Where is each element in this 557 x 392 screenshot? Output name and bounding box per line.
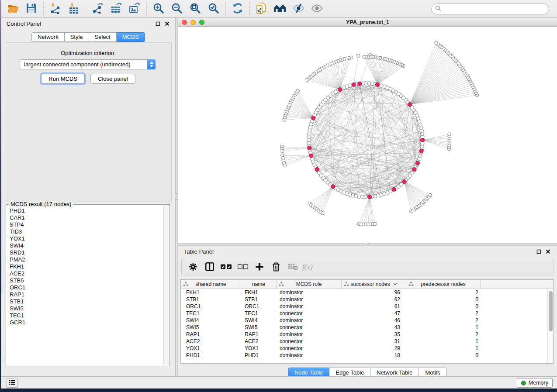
- mcds-result-list[interactable]: PHD1CAR1STP4TID3YOX1SWI4SRD1PMA2FKH1ACE2…: [10, 207, 163, 365]
- zoom-selected-button[interactable]: [206, 1, 221, 16]
- mcds-result-item[interactable]: YOX1: [10, 235, 163, 242]
- mcds-result-item[interactable]: PHD1: [10, 207, 163, 214]
- network-window-titlebar[interactable]: YPA_prune.txt_1: [178, 18, 557, 27]
- table-row[interactable]: PHD1PHD1dominator180: [181, 352, 553, 359]
- network-node[interactable]: [435, 41, 438, 45]
- hide-graphics-details-button[interactable]: [291, 1, 306, 16]
- table-row[interactable]: ORC1ORC1dominator610: [181, 303, 553, 310]
- task-history-button[interactable]: [7, 378, 17, 388]
- network-node[interactable]: [321, 211, 325, 215]
- network-node[interactable]: [448, 133, 451, 136]
- network-overview-button[interactable]: [273, 1, 287, 16]
- table-row[interactable]: STB1STB1dominator620: [181, 296, 553, 303]
- export-image-button[interactable]: [127, 1, 142, 16]
- mcds-result-item[interactable]: TEC1: [10, 312, 163, 319]
- import-table-button[interactable]: [66, 1, 81, 16]
- show-graphics-details-button[interactable]: [309, 1, 324, 16]
- mcds-result-item[interactable]: CAR1: [10, 214, 163, 221]
- mcds-result-item[interactable]: RAP1: [10, 291, 163, 298]
- mcds-result-item[interactable]: SWI4: [10, 242, 163, 249]
- mcds-node[interactable]: [419, 149, 423, 153]
- export-table-button[interactable]: [109, 1, 124, 16]
- mcds-result-item[interactable]: SWI5: [10, 305, 163, 312]
- zoom-out-button[interactable]: [170, 1, 184, 16]
- run-mcds-button[interactable]: Run MCDS: [41, 74, 85, 84]
- add-row-button[interactable]: [252, 260, 267, 274]
- mcds-result-item[interactable]: STP4: [10, 221, 163, 228]
- close-panel-button[interactable]: Close panel: [90, 74, 135, 84]
- result-list-scrollbar[interactable]: [163, 205, 169, 365]
- network-node[interactable]: [356, 54, 360, 58]
- mcds-node[interactable]: [309, 154, 313, 158]
- criterion-select[interactable]: largest connected component (undirected): [20, 59, 156, 69]
- tab-network[interactable]: Network: [31, 32, 65, 42]
- mcds-node[interactable]: [315, 167, 319, 171]
- table-row[interactable]: SWI5SWI5connector431: [181, 324, 553, 331]
- tab-style[interactable]: Style: [65, 32, 89, 42]
- export-network-button[interactable]: [90, 1, 105, 16]
- network-node[interactable]: [283, 164, 287, 168]
- mcds-result-item[interactable]: SRD1: [10, 249, 163, 256]
- mcds-result-item[interactable]: ORC1: [10, 284, 163, 291]
- search-box[interactable]: [431, 3, 549, 14]
- network-node[interactable]: [306, 78, 309, 82]
- tab-mcds[interactable]: MCDS: [117, 32, 145, 42]
- table-row[interactable]: ACE2ACE2connector311: [181, 338, 553, 345]
- mcds-node[interactable]: [368, 195, 372, 199]
- maximize-window-button[interactable]: [199, 20, 204, 25]
- search-input[interactable]: [443, 6, 545, 12]
- memory-button[interactable]: Memory: [517, 378, 553, 388]
- table-row[interactable]: YOX1YOX1connector291: [181, 345, 553, 352]
- column-header-mcds-role[interactable]: MCDS role: [277, 280, 342, 289]
- float-panel-icon[interactable]: [536, 249, 542, 254]
- close-panel-icon[interactable]: [164, 21, 170, 27]
- zoom-in-button[interactable]: [151, 1, 166, 16]
- delete-row-button[interactable]: [268, 260, 284, 274]
- mcds-node[interactable]: [352, 83, 356, 86]
- close-panel-icon[interactable]: [545, 249, 551, 254]
- table-scrollbar[interactable]: [547, 289, 553, 363]
- table-settings-button[interactable]: [185, 260, 201, 274]
- network-node[interactable]: [281, 149, 284, 153]
- mcds-node[interactable]: [415, 161, 419, 165]
- deselect-all-button[interactable]: [235, 260, 251, 274]
- minimize-window-button[interactable]: [190, 20, 196, 25]
- table-row[interactable]: FKH1FKH1dominator962: [181, 289, 553, 296]
- mcds-result-item[interactable]: GCR1: [10, 319, 163, 326]
- close-window-button[interactable]: [182, 20, 187, 25]
- save-button[interactable]: [24, 1, 39, 16]
- mcds-result-item[interactable]: TID3: [10, 228, 163, 235]
- table-row[interactable]: SWI4SWI4dominator462: [181, 317, 553, 324]
- network-view[interactable]: [178, 27, 557, 243]
- mcds-node[interactable]: [375, 83, 379, 86]
- mcds-node[interactable]: [331, 185, 335, 189]
- refresh-button[interactable]: [230, 1, 245, 16]
- column-header-predecessor-nodes[interactable]: predecessor nodes: [406, 280, 481, 289]
- mcds-node[interactable]: [392, 187, 396, 191]
- import-network-button[interactable]: [48, 1, 63, 16]
- mcds-node[interactable]: [412, 167, 416, 171]
- mcds-result-item[interactable]: STB1: [10, 298, 163, 305]
- mcds-node[interactable]: [420, 138, 424, 142]
- zoom-fit-button[interactable]: [188, 1, 203, 16]
- mcds-result-item[interactable]: STB5: [10, 277, 163, 284]
- table-row[interactable]: TEC1TEC1connector472: [181, 310, 553, 317]
- column-header-successor-nodes[interactable]: successor nodes: [342, 280, 406, 289]
- open-folder-button[interactable]: [6, 1, 21, 16]
- network-node[interactable]: [429, 193, 432, 197]
- mcds-node[interactable]: [338, 88, 342, 92]
- mcds-result-item[interactable]: ACE2: [10, 270, 163, 277]
- select-all-button[interactable]: [218, 260, 234, 274]
- style-share-button[interactable]: [254, 1, 269, 16]
- mcds-result-item[interactable]: FKH1: [10, 263, 163, 270]
- float-panel-icon[interactable]: [155, 21, 161, 27]
- column-header-shared-name[interactable]: shared name: [181, 280, 241, 289]
- column-header-name[interactable]: name: [241, 280, 277, 289]
- network-node[interactable]: [363, 55, 366, 58]
- mcds-node[interactable]: [311, 116, 315, 120]
- mcds-node[interactable]: [358, 82, 362, 86]
- columns-button[interactable]: [202, 260, 218, 274]
- scrollbar-thumb[interactable]: [549, 291, 553, 331]
- network-node[interactable]: [374, 222, 377, 226]
- mcds-result-item[interactable]: PMA2: [10, 256, 163, 263]
